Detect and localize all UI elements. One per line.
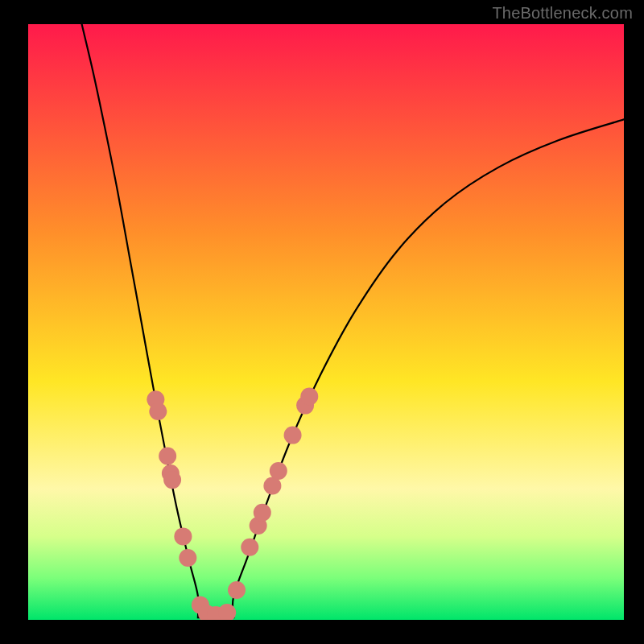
- data-marker: [270, 462, 287, 480]
- chart-plot-area: [28, 24, 624, 620]
- chart-stage: TheBottleneck.com: [0, 0, 644, 644]
- gradient-background: [28, 24, 624, 620]
- data-marker: [228, 581, 246, 599]
- data-marker: [284, 427, 302, 444]
- data-marker: [174, 527, 192, 545]
- data-marker: [179, 549, 196, 567]
- data-marker: [159, 448, 176, 465]
- data-marker: [163, 471, 181, 489]
- data-marker: [300, 388, 318, 406]
- watermark-text: TheBottleneck.com: [492, 4, 633, 23]
- data-marker: [149, 402, 167, 420]
- data-marker: [254, 504, 271, 522]
- data-marker: [241, 539, 258, 556]
